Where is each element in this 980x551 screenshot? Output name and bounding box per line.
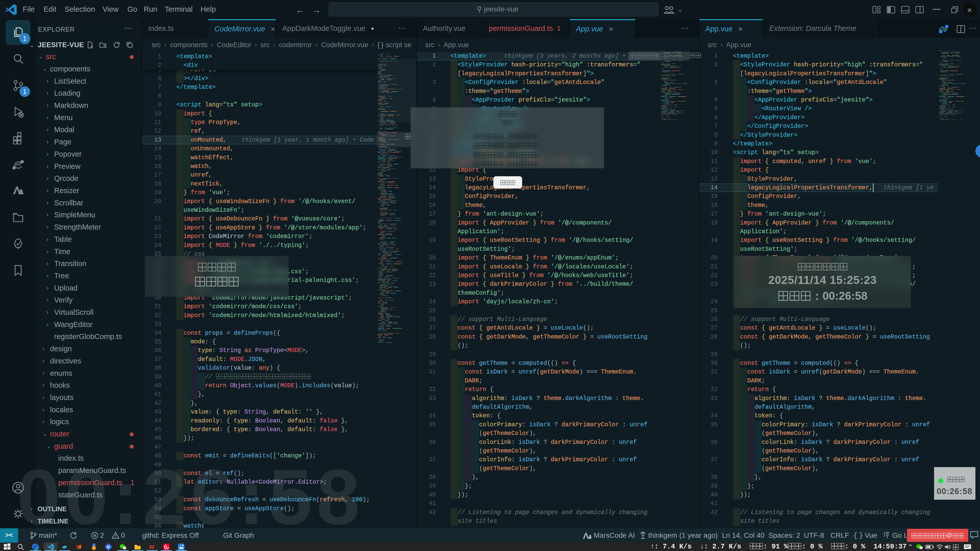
svg-text:diff: diff bbox=[16, 163, 21, 166]
svg-text:/: / bbox=[79, 544, 81, 550]
svg-text:W: W bbox=[149, 544, 154, 550]
svg-text:diff: diff bbox=[942, 28, 946, 31]
svg-text:V: V bbox=[107, 545, 110, 550]
